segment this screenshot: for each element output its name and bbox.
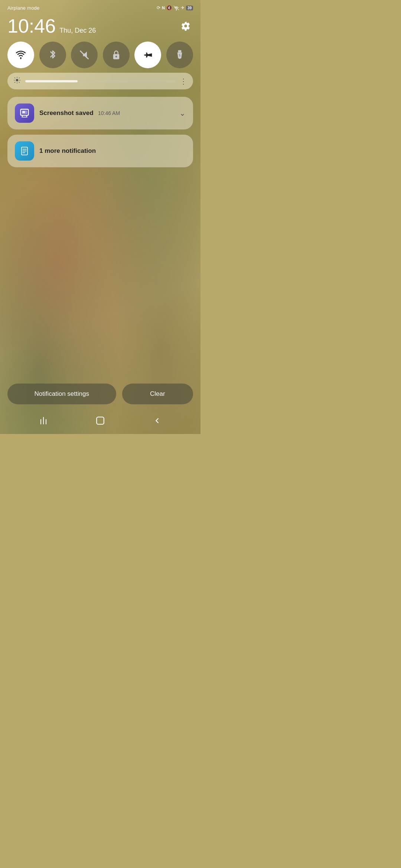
notification-more-body: 1 more notification: [39, 147, 186, 155]
bottom-actions: Notification settings Clear: [0, 379, 200, 410]
airplane-mode-label: Airplane mode: [7, 5, 39, 11]
toggle-mute[interactable]: [71, 42, 98, 68]
toggle-screen-lock[interactable]: [103, 42, 130, 68]
rotation-icon: ⟳: [157, 5, 160, 10]
toggle-airplane[interactable]: [134, 42, 161, 68]
svg-line-1: [81, 51, 88, 59]
svg-rect-4: [178, 50, 182, 52]
notification-settings-button[interactable]: Notification settings: [7, 384, 116, 404]
battery-level: 39: [186, 6, 193, 10]
home-button[interactable]: [92, 415, 108, 427]
svg-point-7: [16, 79, 19, 82]
notification-screenshot-time: 10:46 AM: [98, 110, 120, 116]
brightness-more-button[interactable]: ⋮: [180, 77, 187, 86]
recents-button[interactable]: [35, 415, 52, 427]
nav-bar: [0, 410, 200, 434]
svg-point-3: [115, 56, 117, 57]
brightness-row: ⋮: [7, 73, 193, 89]
settings-gear-button[interactable]: [178, 19, 193, 33]
toggle-flashlight[interactable]: [166, 42, 193, 68]
clock-time: 10:46: [7, 16, 56, 36]
status-icons: ⟳ N 🔇 ✈ 39: [157, 5, 193, 10]
more-app-icon: [15, 141, 34, 161]
back-button[interactable]: [149, 415, 165, 427]
wifi-status-icon: [173, 6, 179, 10]
notifications-list: Screenshot saved 10:46 AM ⌄ 1 more notif…: [0, 97, 200, 167]
notification-more[interactable]: 1 more notification: [7, 135, 193, 167]
status-bar: Airplane mode ⟳ N 🔇 ✈ 39: [0, 0, 200, 13]
clock-date: Thu, Dec 26: [59, 27, 96, 34]
notification-more-title: 1 more notification: [39, 147, 96, 154]
time-block: 10:46 Thu, Dec 26: [7, 16, 96, 36]
notification-expand-icon[interactable]: ⌄: [179, 109, 186, 118]
svg-rect-15: [97, 417, 104, 424]
notification-screenshot-title: Screenshot saved: [39, 109, 94, 116]
clear-button[interactable]: Clear: [122, 384, 193, 404]
toggle-bluetooth[interactable]: [39, 42, 66, 68]
nfc-icon: N: [162, 6, 165, 10]
notification-screenshot[interactable]: Screenshot saved 10:46 AM ⌄: [7, 97, 193, 129]
time-row: 10:46 Thu, Dec 26: [0, 13, 200, 40]
mute-status-icon: 🔇: [166, 5, 172, 10]
screenshot-app-icon: [15, 103, 34, 123]
svg-rect-10: [22, 111, 25, 113]
notification-screenshot-body: Screenshot saved 10:46 AM: [39, 109, 174, 117]
airplane-status-icon: ✈: [181, 5, 185, 10]
brightness-icon: [13, 76, 21, 86]
brightness-fill: [25, 80, 78, 82]
brightness-track[interactable]: [25, 80, 175, 82]
toggle-wifi[interactable]: [7, 42, 34, 68]
quick-toggles: [0, 40, 200, 73]
